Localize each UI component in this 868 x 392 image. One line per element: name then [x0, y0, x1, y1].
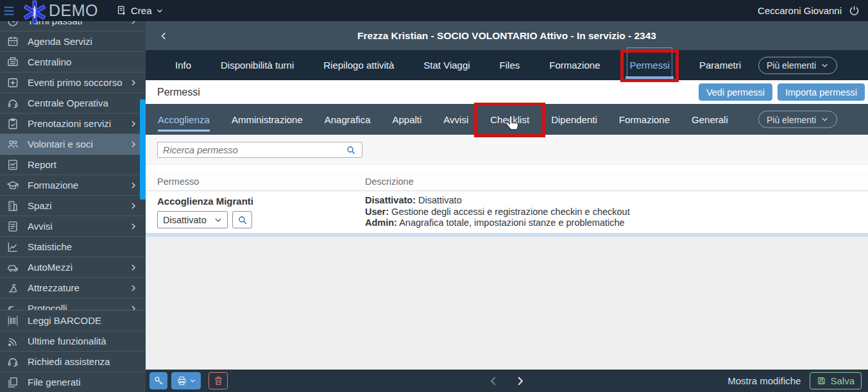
sidebar-item-automezzi[interactable]: AutoMezzi	[0, 257, 146, 278]
permesso-value-select[interactable]: Disattivato	[157, 211, 228, 228]
print-button[interactable]	[171, 372, 201, 389]
section-title: Permessi	[157, 87, 200, 98]
files-icon	[6, 376, 19, 389]
permissions-key-button[interactable]	[149, 372, 167, 389]
subtab-checklist[interactable]: Checklist	[490, 104, 529, 135]
user-name[interactable]: Ceccaroni Giovanni	[758, 5, 842, 16]
subtab-amministrazione[interactable]: Amministrazione	[232, 104, 303, 135]
calendar-icon	[6, 35, 19, 48]
sidebar-item-avvisi[interactable]: Avvisi	[0, 216, 146, 237]
search-icon[interactable]	[346, 145, 356, 155]
search-input[interactable]	[158, 145, 346, 155]
sidebar-item-volontari-e-soci[interactable]: Volontari e soci	[0, 134, 146, 155]
back-button[interactable]	[155, 21, 173, 50]
barcode-icon	[6, 314, 19, 327]
tab-permessi[interactable]: Permessi	[629, 50, 670, 80]
subtab-avvisi[interactable]: Avvisi	[443, 104, 468, 135]
subtab-formazione[interactable]: Formazione	[619, 104, 670, 135]
chevron-right-icon	[129, 119, 138, 128]
printer-icon	[176, 375, 187, 386]
logout-power-icon[interactable]	[848, 4, 860, 17]
headset-icon	[6, 355, 19, 368]
selected-tab-underline	[625, 76, 674, 79]
sidebar-item-protocolli[interactable]: Protocolli	[0, 298, 146, 310]
hamburger-menu-icon[interactable]	[0, 0, 19, 21]
sidebar-item-leggi-barcode[interactable]: Leggi BARCODE	[0, 311, 146, 331]
tab-info[interactable]: Info	[175, 50, 191, 80]
subtab-anagrafica[interactable]: Anagrafica	[325, 104, 371, 135]
permessi-section-header: Permessi Vedi permessi Importa permessi	[146, 80, 868, 104]
tab-riepilogo-attivita[interactable]: Riepilogo attività	[323, 50, 394, 80]
sidebar-footer: Leggi BARCODE Ultime funzionalità Richie…	[0, 310, 146, 392]
permessi-table-header: Permesso Descrizione	[146, 173, 868, 191]
permesso-description: Disattivato: Disattivato User: Gestione …	[365, 195, 630, 229]
equipment-icon	[6, 282, 19, 294]
tab-stat-viaggi[interactable]: Stat Viaggi	[423, 50, 470, 80]
column-header-descrizione: Descrizione	[365, 176, 414, 187]
value-help-button[interactable]	[232, 211, 252, 228]
chevron-right-icon	[129, 263, 138, 272]
top-shell-bar: DEMO Crea Ceccaroni Giovanni	[0, 0, 868, 21]
save-button[interactable]: Salva	[810, 372, 862, 389]
building-icon	[6, 200, 19, 212]
save-floppy-icon	[817, 376, 826, 386]
sidebar-item-ultime-funzionalita[interactable]: Ultime funzionalità	[0, 331, 146, 352]
sidebar-item-spazi[interactable]: Spazi	[0, 196, 146, 216]
subtab-accoglienza[interactable]: Accoglienza	[158, 104, 210, 135]
crea-menu-button[interactable]: Crea	[116, 5, 164, 16]
empty-content-area	[146, 237, 868, 370]
sidebar-item-formazione[interactable]: Formazione	[0, 175, 146, 196]
first-aid-icon	[6, 76, 19, 89]
vedi-permessi-button[interactable]: Vedi permessi	[699, 83, 772, 101]
headset-icon	[6, 97, 19, 110]
sidebar-item-eventi-primo-soccorso[interactable]: Eventi primo soccorso	[0, 72, 146, 93]
sidebar-item-file-generati[interactable]: File generati	[0, 372, 146, 392]
subtab-dipendenti[interactable]: Dipendenti	[551, 104, 597, 135]
document-plus-icon	[116, 5, 127, 16]
brand-name: DEMO	[49, 1, 98, 20]
sidebar-scrollbar[interactable]	[140, 99, 146, 200]
tab-files[interactable]: Files	[500, 50, 520, 80]
switchboard-icon	[6, 56, 19, 69]
sidebar-item-centrale-operativa[interactable]: Centrale Operativa	[0, 93, 146, 114]
sidebar-item-statistiche[interactable]: Statistiche	[0, 237, 146, 257]
tab-formazione[interactable]: Formazione	[549, 50, 600, 80]
sidebar-item-report[interactable]: Report	[0, 155, 146, 175]
protocols-icon	[6, 302, 19, 311]
chevron-down-icon	[821, 61, 829, 69]
sidebar-item-prenotazioni-servizi[interactable]: Prenotazioni servizi	[0, 114, 146, 134]
tab-parametri[interactable]: Parametri	[699, 50, 741, 80]
chevron-right-icon	[129, 284, 138, 293]
sidebar-item-agenda-servizi[interactable]: Agenda Servizi	[0, 31, 146, 52]
more-elements-button[interactable]: Più elementi	[758, 56, 837, 74]
chevron-right-icon	[129, 21, 138, 26]
chevron-down-icon	[214, 216, 223, 225]
crea-label: Crea	[131, 5, 152, 16]
subtab-generali[interactable]: Generali	[692, 104, 728, 135]
next-page-icon[interactable]	[514, 375, 527, 388]
chevron-right-icon	[129, 78, 138, 87]
delete-button[interactable]	[208, 372, 228, 389]
page-title: Frezza Kristian - SOCIO VOLONTARIO Attiv…	[146, 30, 868, 42]
chevron-right-icon	[129, 201, 138, 210]
more-elements-button-subtabs[interactable]: Più elementi	[758, 111, 837, 128]
table-row: Accoglienza Migranti Disattivato Disatti…	[146, 191, 868, 233]
people-icon	[6, 138, 19, 151]
sidebar-scroll-area[interactable]: Turni passati Agenda Servizi Centralino …	[0, 21, 146, 310]
search-box	[157, 142, 362, 158]
tab-disponibilita-turni[interactable]: Disponibilità turni	[221, 50, 294, 80]
previous-page-icon[interactable]	[487, 375, 500, 388]
detail-tab-bar: Info Disponibilità turni Riepilogo attiv…	[146, 50, 868, 80]
importa-permessi-button[interactable]: Importa permessi	[778, 83, 865, 101]
selected-subtab-underline	[158, 130, 210, 132]
chevron-down-icon	[821, 115, 829, 124]
show-changes-link[interactable]: Mostra modifiche	[728, 375, 801, 386]
car-icon	[6, 261, 19, 274]
sidebar-item-centralino[interactable]: Centralino	[0, 52, 146, 72]
search-icon	[237, 215, 248, 225]
sidebar-item-attrezzature[interactable]: Attrezzature	[0, 278, 146, 298]
permessi-category-tab-bar: Accoglienza Amministrazione Anagrafica A…	[146, 104, 868, 135]
sidebar-item-richiedi-assistenza[interactable]: Richiedi assistenza	[0, 352, 146, 372]
footer-toolbar: Mostra modifiche Salva	[146, 370, 868, 392]
subtab-appalti[interactable]: Appalti	[392, 104, 421, 135]
